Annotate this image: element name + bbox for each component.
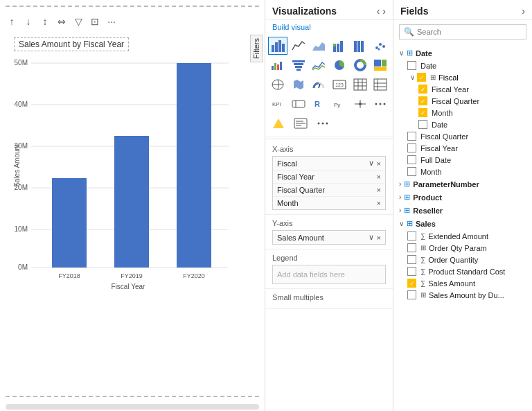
field-group-product-header[interactable]: › ⊞ Product [393, 191, 532, 204]
card-icon[interactable]: 123 [330, 76, 349, 94]
sort-desc-icon[interactable]: ↓ [22, 15, 35, 28]
ai-visual-icon[interactable] [268, 114, 289, 132]
bar-fy2020[interactable] [177, 63, 211, 268]
area-chart-icon[interactable] [309, 37, 328, 55]
product-standard-cost-checkbox[interactable] [407, 267, 416, 276]
fiscal-subgroup-header[interactable]: ∨ ⊞ Fiscal [393, 71, 532, 83]
donut-chart-icon[interactable] [351, 56, 370, 74]
line-chart-icon[interactable] [289, 37, 308, 55]
x-axis-pill-fiscal[interactable]: Fiscal ∨ × [273, 157, 385, 170]
field-group-sales-header[interactable]: ∨ ⊞ Sales [393, 217, 532, 230]
y-axis-pills: Sales Amount ∨ × [272, 230, 386, 245]
decomp-tree-icon[interactable] [351, 95, 370, 113]
filter-icon[interactable]: ▽ [72, 15, 85, 28]
field-item-sales-amount-du[interactable]: ⊞ Sales Amount by Du... [393, 289, 532, 301]
map-icon[interactable] [268, 76, 287, 94]
field-item-date[interactable]: Date [393, 60, 532, 71]
field-item-fiscal-quarter[interactable]: Fiscal Quarter [393, 95, 532, 107]
scatter-icon[interactable] [371, 37, 390, 55]
fiscal-quarter-checkbox[interactable] [418, 96, 427, 105]
fiscal-year-checkbox[interactable] [418, 85, 427, 94]
x-axis-pill-fiscal-year[interactable]: Fiscal Year × [273, 170, 385, 184]
full-date-checkbox[interactable] [407, 155, 416, 164]
fields-expand-icon[interactable]: › [522, 6, 525, 17]
100pct-bar-icon[interactable] [351, 37, 370, 55]
bar-fy2019[interactable] [114, 136, 149, 268]
field-item-fiscal-year-2[interactable]: Fiscal Year [393, 142, 532, 154]
table-viz-icon[interactable] [351, 76, 370, 94]
order-quantity-checkbox[interactable] [407, 255, 416, 264]
fiscal-year-2-checkbox[interactable] [407, 143, 416, 152]
fiscal-remove-icon[interactable]: × [377, 159, 381, 168]
search-box[interactable]: 🔍 [399, 24, 526, 40]
line-stacked-icon[interactable] [309, 56, 328, 74]
smart-narrative-icon[interactable] [290, 114, 311, 132]
sales-amount-du-checkbox[interactable] [407, 290, 416, 299]
fiscal-chevron-icon[interactable]: ∨ [369, 159, 374, 168]
date-checkbox[interactable] [407, 61, 416, 70]
field-item-date-sub[interactable]: Date [393, 119, 532, 130]
bar-chart-icon[interactable] [268, 37, 287, 55]
field-group-date-header[interactable]: ∨ ⊞ Date [393, 46, 532, 60]
sales-chevron-icon[interactable]: ∨ [369, 233, 374, 242]
more-icon[interactable]: ··· [105, 15, 118, 28]
field-group-parameter-header[interactable]: › ⊞ ParameterNumber [393, 177, 532, 191]
filled-map-icon[interactable] [289, 76, 308, 94]
slicer-icon[interactable] [289, 95, 308, 113]
pie-chart-icon[interactable] [330, 56, 349, 74]
field-item-full-date[interactable]: Full Date [393, 154, 532, 166]
focus-icon[interactable]: ⊡ [89, 15, 101, 28]
month-checkbox[interactable] [418, 108, 427, 117]
y-axis-pill-sales[interactable]: Sales Amount ∨ × [273, 231, 385, 244]
field-item-fiscal-year[interactable]: Fiscal Year [393, 83, 532, 95]
field-item-month-2[interactable]: Month [393, 166, 532, 177]
python-visual-icon[interactable]: Py [330, 95, 349, 113]
extended-amount-checkbox[interactable] [407, 231, 416, 241]
funnel-icon[interactable] [289, 56, 308, 74]
field-item-order-qty-param[interactable]: ⊞ Order Qty Param [393, 242, 532, 254]
more-visuals-icon[interactable] [371, 95, 390, 113]
r-visual-icon[interactable]: R [309, 95, 328, 113]
field-item-sales-amount[interactable]: ∑ Sales Amount [393, 277, 532, 289]
month-remove-icon[interactable]: × [377, 199, 381, 207]
expand-icon[interactable]: ⇔ [55, 15, 68, 28]
date-sub-checkbox[interactable] [418, 120, 427, 129]
bar-fy2018[interactable] [52, 178, 87, 268]
more-options-icon[interactable] [312, 114, 333, 132]
field-item-fiscal-quarter-2[interactable]: Fiscal Quarter [393, 130, 532, 142]
field-item-order-quantity[interactable]: ∑ Order Quantity [393, 254, 532, 265]
fiscal-quarter-2-checkbox[interactable] [407, 132, 416, 141]
filters-tab[interactable]: Filters [250, 35, 263, 62]
viz-collapse-icon[interactable]: ‹ [377, 6, 380, 17]
stacked-bar-icon[interactable] [330, 37, 349, 55]
fiscal-quarter-remove-icon[interactable]: × [377, 186, 381, 194]
order-qty-param-checkbox[interactable] [407, 243, 416, 252]
legend-drop-area[interactable]: Add data fields here [272, 265, 386, 284]
chart-scrollbar[interactable] [6, 404, 259, 410]
field-item-extended-amount[interactable]: ∑ Extended Amount [393, 230, 532, 242]
order-quantity-label: Order Quantity [428, 256, 478, 264]
sort-icon-2[interactable]: ↕ [39, 15, 51, 28]
fiscal-checkbox[interactable] [417, 73, 426, 82]
svg-rect-40 [296, 69, 301, 71]
matrix-icon[interactable] [371, 76, 390, 94]
treemap-icon[interactable] [371, 56, 390, 74]
sales-amount-checkbox[interactable] [407, 279, 416, 288]
waterfall-icon[interactable] [268, 56, 287, 74]
svg-point-70 [384, 103, 386, 105]
field-item-month[interactable]: Month [393, 107, 532, 119]
field-group-reseller-header[interactable]: › ⊞ Reseller [393, 204, 532, 217]
viz-expand-icon[interactable]: › [382, 6, 386, 17]
x-axis-pill-fiscal-quarter[interactable]: Fiscal Quarter × [273, 184, 385, 197]
gauge-icon[interactable] [309, 76, 328, 94]
x-axis-pill-month[interactable]: Month × [273, 197, 385, 209]
search-input[interactable] [417, 28, 522, 36]
fiscal-year-remove-icon[interactable]: × [377, 173, 381, 181]
sales-remove-icon[interactable]: × [377, 234, 381, 242]
field-item-product-standard-cost[interactable]: ∑ Product Standard Cost [393, 265, 532, 277]
month-2-checkbox[interactable] [407, 167, 416, 176]
sigma-icon-3: ∑ [420, 256, 425, 263]
kpi-icon[interactable]: KPI [268, 95, 287, 113]
build-visual-tab[interactable]: Build visual [265, 20, 393, 34]
sort-asc-icon[interactable]: ↑ [6, 15, 18, 28]
